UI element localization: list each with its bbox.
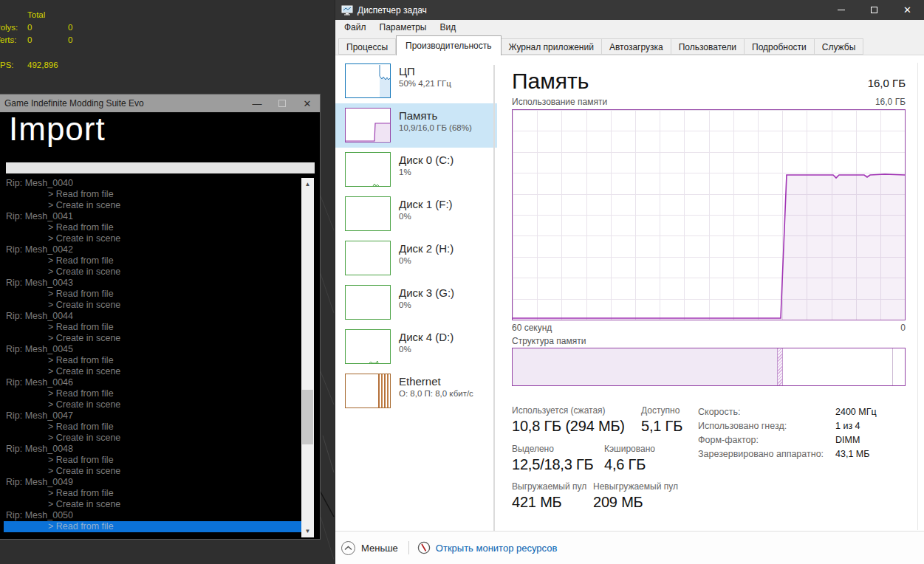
- sidebar-memory-stats: 10,9/16,0 ГБ (68%): [399, 123, 472, 134]
- list-item[interactable]: Rip: Mesh_0050 > Read from file: [4, 510, 314, 532]
- mesh-step[interactable]: > Create in scene: [4, 233, 314, 244]
- sidebar-disk4-stats: 0%: [399, 344, 454, 355]
- memory-usage-graph: [512, 109, 906, 320]
- sidebar-item-cpu[interactable]: ЦП 50% 4,21 ГГц: [335, 59, 497, 103]
- mesh-step[interactable]: > Create in scene: [4, 499, 314, 510]
- list-item[interactable]: Rip: Mesh_0048 > Read from file > Create…: [4, 444, 314, 477]
- sidebar-scrollbar[interactable]: [493, 65, 495, 531]
- mesh-step[interactable]: > Create in scene: [4, 300, 314, 311]
- task-manager-app-icon: [341, 5, 353, 16]
- mesh-step[interactable]: > Create in scene: [4, 366, 314, 377]
- tab-processes[interactable]: Процессы: [338, 38, 396, 55]
- viewport-stats-hud: Total Polys: 0 0 Verts: 0 0 FPS: 492,896: [0, 9, 72, 72]
- hw-reserved-label: Зарезервировано аппаратно:: [698, 447, 835, 461]
- mesh-name[interactable]: Rip: Mesh_0044: [4, 311, 314, 322]
- memory-usage-line: [513, 110, 905, 320]
- sidebar-disk0-stats: 1%: [399, 167, 454, 178]
- sidebar-item-disk2[interactable]: Диск 2 (H:) 0%: [335, 236, 497, 281]
- list-item[interactable]: Rip: Mesh_0047 > Read from file > Create…: [4, 410, 314, 444]
- sidebar-disk1-label: Диск 1 (F:): [399, 197, 453, 211]
- sidebar-ethernet-label: Ethernet: [399, 374, 473, 388]
- menu-file[interactable]: Файл: [338, 20, 373, 35]
- mesh-step[interactable]: > Read from file: [4, 289, 314, 300]
- list-item[interactable]: Rip: Mesh_0045 > Read from file > Create…: [4, 344, 314, 377]
- list-item[interactable]: Rip: Mesh_0042 > Read from file > Create…: [4, 244, 314, 278]
- stat-nonpaged-pool-value: 209 МБ: [593, 494, 643, 511]
- mesh-step[interactable]: > Read from file: [4, 455, 314, 466]
- form-factor-value: DIMM: [835, 433, 860, 447]
- sidebar-disk0-label: Диск 0 (C:): [399, 153, 454, 167]
- mesh-step[interactable]: > Read from file: [4, 222, 314, 233]
- tab-performance[interactable]: Производительность: [396, 35, 501, 55]
- sidebar-cpu-label: ЦП: [399, 64, 451, 78]
- list-item[interactable]: Rip: Mesh_0043 > Read from file > Create…: [4, 278, 314, 311]
- scroll-down-icon[interactable]: ▼: [301, 525, 314, 537]
- open-resource-monitor-link[interactable]: Открыть монитор ресурсов: [417, 541, 557, 554]
- graph-x-axis-left: 60 секунд: [512, 323, 552, 333]
- mesh-step[interactable]: > Create in scene: [4, 433, 314, 444]
- sidebar-item-disk3[interactable]: Диск 3 (G:) 0%: [335, 281, 497, 325]
- close-button[interactable]: ✕: [295, 98, 320, 109]
- mesh-step[interactable]: > Read from file: [4, 422, 314, 433]
- sidebar-cpu-stats: 50% 4,21 ГГц: [399, 78, 451, 89]
- sidebar-item-ethernet[interactable]: Ethernet О: 8,0 П: 8,0 кбит/с: [335, 369, 497, 413]
- fewer-details-button[interactable]: Меньше: [341, 541, 398, 555]
- scrollbar-thumb[interactable]: [302, 390, 313, 444]
- mesh-step[interactable]: > Create in scene: [4, 333, 314, 344]
- list-item[interactable]: Rip: Mesh_0040 > Read from file > Create…: [4, 178, 314, 211]
- memory-usage-label: Использование памяти: [512, 97, 607, 107]
- list-item[interactable]: Rip: Mesh_0046 > Read from file > Create…: [4, 377, 314, 410]
- hw-reserved-value: 43,1 МБ: [835, 447, 869, 461]
- mesh-step[interactable]: > Read from file: [4, 322, 314, 333]
- mesh-name[interactable]: Rip: Mesh_0050: [4, 510, 314, 521]
- mesh-name[interactable]: Rip: Mesh_0049: [4, 477, 314, 488]
- composition-standby-segment: [783, 348, 893, 385]
- mesh-step[interactable]: > Read from file: [4, 355, 314, 366]
- cpu-thumbnail-graph: [345, 63, 391, 98]
- list-item[interactable]: Rip: Mesh_0041 > Read from file > Create…: [4, 211, 314, 244]
- mesh-step[interactable]: > Create in scene: [4, 200, 314, 211]
- list-scrollbar[interactable]: ▲ ▼: [301, 178, 314, 537]
- list-item[interactable]: Rip: Mesh_0049 > Read from file > Create…: [4, 477, 314, 510]
- mesh-step[interactable]: > Read from file: [4, 189, 314, 200]
- mesh-name[interactable]: Rip: Mesh_0045: [4, 344, 314, 355]
- hud-polys-label: Polys:: [0, 21, 27, 34]
- mesh-step[interactable]: > Create in scene: [4, 399, 314, 410]
- sidebar-disk3-label: Диск 3 (G:): [399, 286, 454, 300]
- disk1-thumbnail-graph: [345, 196, 391, 231]
- mesh-name[interactable]: Rip: Mesh_0043: [4, 278, 314, 289]
- mesh-name[interactable]: Rip: Mesh_0046: [4, 377, 314, 388]
- gims-titlebar[interactable]: Game Indefinite Modding Suite Evo — ✕: [0, 94, 320, 112]
- mesh-name[interactable]: Rip: Mesh_0047: [4, 410, 314, 422]
- mesh-step-selected[interactable]: > Read from file: [4, 521, 301, 532]
- maximize-button[interactable]: [270, 100, 295, 107]
- disk4-thumbnail-graph: [345, 329, 391, 364]
- hud-total-header: Total: [27, 9, 72, 21]
- import-log-list[interactable]: Rip: Mesh_0040 > Read from file > Create…: [4, 178, 314, 537]
- memory-total-capacity: 16,0 ГБ: [868, 77, 906, 89]
- memory-panel: Память 16,0 ГБ Использование памяти 16,0…: [512, 0, 906, 531]
- sidebar-item-disk1[interactable]: Диск 1 (F:) 0%: [335, 192, 497, 236]
- mesh-name[interactable]: Rip: Mesh_0042: [4, 244, 314, 255]
- mesh-step[interactable]: > Read from file: [4, 388, 314, 399]
- menu-options[interactable]: Параметры: [373, 20, 434, 35]
- list-item[interactable]: Rip: Mesh_0044 > Read from file > Create…: [4, 311, 314, 344]
- mesh-name[interactable]: Rip: Mesh_0048: [4, 444, 314, 455]
- stat-cached-label: Кэшировано: [604, 444, 655, 454]
- hardware-info-block: Скорость: 2400 МГц Использовано гнезд: 1…: [698, 405, 906, 461]
- sidebar-item-disk0[interactable]: Диск 0 (C:) 1%: [335, 148, 497, 192]
- mesh-step[interactable]: > Read from file: [4, 488, 314, 499]
- sidebar-item-memory[interactable]: Память 10,9/16,0 ГБ (68%): [335, 103, 497, 148]
- disk0-thumbnail-graph: [345, 152, 391, 187]
- mesh-step[interactable]: > Read from file: [4, 255, 314, 266]
- mesh-step[interactable]: > Create in scene: [4, 466, 314, 477]
- sidebar-item-disk4[interactable]: Диск 4 (D:) 0%: [335, 325, 497, 369]
- menu-view[interactable]: Вид: [433, 20, 462, 35]
- import-progress-bar: [6, 162, 315, 173]
- mesh-name[interactable]: Rip: Mesh_0040: [4, 178, 314, 189]
- mesh-step[interactable]: > Create in scene: [4, 266, 314, 278]
- minimize-button[interactable]: —: [244, 98, 270, 109]
- scroll-up-icon[interactable]: ▲: [301, 178, 314, 190]
- memory-usage-max: 16,0 ГБ: [875, 97, 906, 107]
- mesh-name[interactable]: Rip: Mesh_0041: [4, 211, 314, 222]
